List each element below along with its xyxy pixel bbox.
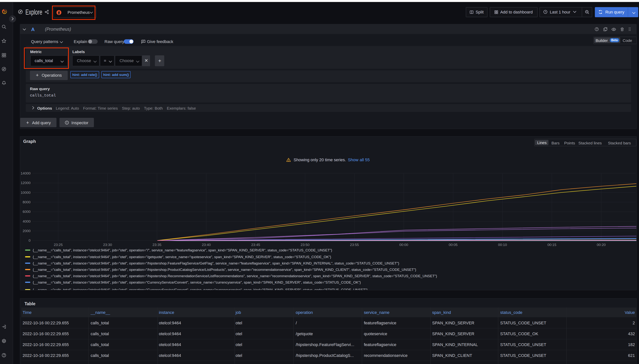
svg-text:6000: 6000 (23, 210, 31, 214)
svg-text:14000: 14000 (21, 171, 31, 175)
svg-text:10000: 10000 (21, 190, 31, 194)
svg-text:00:20: 00:20 (597, 243, 606, 247)
svg-text:00:15: 00:15 (548, 243, 556, 247)
svg-text:23:45: 23:45 (252, 243, 260, 247)
svg-text:23:25: 23:25 (54, 243, 63, 247)
svg-text:23:30: 23:30 (103, 243, 112, 247)
svg-text:00:05: 00:05 (449, 243, 458, 247)
svg-text:00:00: 00:00 (400, 243, 408, 247)
svg-text:23:55: 23:55 (350, 243, 359, 247)
svg-text:2000: 2000 (23, 229, 31, 233)
svg-text:23:50: 23:50 (301, 243, 310, 247)
svg-text:23:40: 23:40 (202, 243, 211, 247)
svg-text:4000: 4000 (23, 220, 31, 223)
svg-text:8000: 8000 (23, 200, 31, 204)
svg-text:0: 0 (28, 238, 31, 242)
svg-text:12000: 12000 (21, 181, 31, 185)
svg-text:00:10: 00:10 (498, 243, 507, 247)
svg-text:23:35: 23:35 (153, 243, 162, 247)
